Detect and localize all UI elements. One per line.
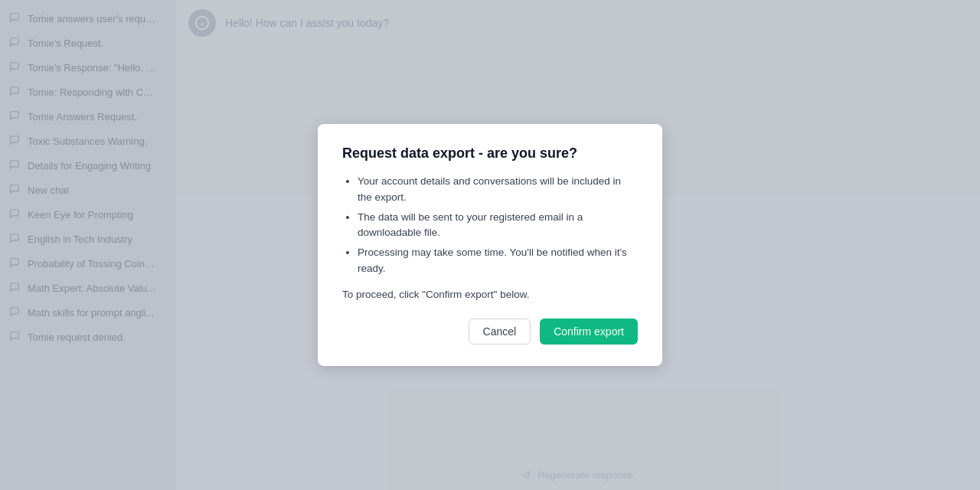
- confirm-export-button[interactable]: Confirm export: [540, 318, 638, 345]
- dialog-bullet-item: Your account details and conversations w…: [358, 174, 638, 205]
- dialog-actions: Cancel Confirm export: [342, 318, 638, 345]
- app-container: Tomie answers user's reque...Tomie's Req…: [0, 0, 980, 490]
- dialog-title: Request data export - are you sure?: [342, 145, 638, 162]
- dialog-bullets: Your account details and conversations w…: [342, 174, 638, 276]
- dialog-bullet-item: Processing may take some time. You'll be…: [358, 245, 638, 276]
- dialog-bullet-item: The data will be sent to your registered…: [358, 210, 638, 241]
- export-dialog: Request data export - are you sure? Your…: [318, 124, 662, 366]
- modal-overlay: Request data export - are you sure? Your…: [0, 0, 980, 490]
- dialog-instruction: To proceed, click "Confirm export" below…: [342, 289, 638, 300]
- cancel-button[interactable]: Cancel: [469, 318, 531, 345]
